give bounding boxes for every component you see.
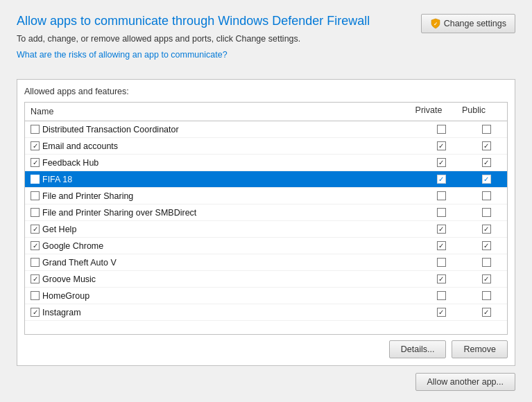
- row-private-cell: [417, 191, 465, 200]
- row-name-text: Feedback Hub: [42, 158, 98, 168]
- row-name-checkbox[interactable]: [31, 225, 40, 234]
- row-name-cell: Google Chrome: [25, 239, 417, 253]
- row-name-text: File and Printer Sharing over SMBDirect: [42, 208, 196, 218]
- firewall-panel: Allowed apps and features: Name Private …: [17, 79, 515, 366]
- table-row[interactable]: File and Printer Sharing over SMBDirect: [25, 204, 507, 221]
- row-name-text: FIFA 18: [42, 175, 72, 184]
- table-row[interactable]: FIFA 18: [25, 171, 507, 188]
- row-name-checkbox[interactable]: [31, 191, 40, 200]
- row-private-checkbox[interactable]: [437, 225, 446, 234]
- table-row[interactable]: Feedback Hub: [25, 155, 507, 171]
- table-header: Name Private Public: [25, 103, 507, 121]
- row-private-checkbox[interactable]: [437, 258, 446, 267]
- row-name-cell: Email and accounts: [25, 139, 417, 153]
- row-public-checkbox[interactable]: [482, 125, 491, 134]
- row-public-cell: [465, 241, 507, 250]
- row-public-checkbox[interactable]: [482, 208, 491, 217]
- table-row[interactable]: Instagram: [25, 304, 507, 321]
- page-title: Allow apps to communicate through Window…: [17, 14, 421, 28]
- row-name-text: Groove Music: [42, 274, 96, 284]
- remove-button[interactable]: Remove: [452, 340, 508, 358]
- row-private-checkbox[interactable]: [437, 208, 446, 217]
- details-button[interactable]: Details...: [389, 340, 447, 358]
- row-name-checkbox[interactable]: [31, 175, 40, 184]
- row-private-checkbox[interactable]: [437, 141, 446, 150]
- row-public-cell: [465, 308, 507, 317]
- allow-another-app-button[interactable]: Allow another app...: [415, 373, 516, 391]
- row-public-cell: [465, 225, 507, 234]
- row-name-cell: Groove Music: [25, 272, 417, 286]
- row-public-checkbox[interactable]: [482, 258, 491, 267]
- row-private-cell: [417, 241, 465, 250]
- row-private-cell: [417, 308, 465, 317]
- panel-label: Allowed apps and features:: [24, 87, 508, 96]
- row-name-text: Grand Theft Auto V: [42, 258, 117, 268]
- row-public-cell: [465, 175, 507, 184]
- row-private-cell: [417, 158, 465, 167]
- row-name-text: Instagram: [42, 308, 81, 317]
- row-name-text: Email and accounts: [42, 141, 118, 151]
- row-private-checkbox[interactable]: [437, 125, 446, 134]
- row-public-checkbox[interactable]: [482, 241, 491, 250]
- row-private-checkbox[interactable]: [437, 158, 446, 167]
- row-public-checkbox[interactable]: [482, 291, 491, 300]
- row-public-checkbox[interactable]: [482, 274, 491, 283]
- table-row[interactable]: Email and accounts: [25, 138, 507, 155]
- table-row[interactable]: Google Chrome: [25, 238, 507, 254]
- row-public-cell: [465, 291, 507, 300]
- row-public-checkbox[interactable]: [482, 141, 491, 150]
- row-name-checkbox[interactable]: [31, 158, 40, 167]
- row-private-cell: [417, 258, 465, 267]
- footer-row: Allow another app...: [17, 373, 515, 391]
- row-public-cell: [465, 125, 507, 134]
- change-settings-label: Change settings: [444, 19, 506, 28]
- row-public-cell: [465, 158, 507, 167]
- row-private-checkbox[interactable]: [437, 191, 446, 200]
- row-name-cell: Feedback Hub: [25, 156, 417, 170]
- row-name-cell: Grand Theft Auto V: [25, 256, 417, 270]
- row-name-cell: Instagram: [25, 306, 417, 320]
- table-row[interactable]: Get Help: [25, 221, 507, 238]
- row-name-text: Distributed Transaction Coordinator: [42, 125, 179, 134]
- row-public-cell: [465, 191, 507, 200]
- col-header-name: Name: [25, 105, 404, 118]
- table-row[interactable]: Distributed Transaction Coordinator: [25, 121, 507, 138]
- row-name-checkbox[interactable]: [31, 291, 40, 300]
- row-private-cell: [417, 291, 465, 300]
- table-row[interactable]: Groove Music: [25, 271, 507, 288]
- row-name-checkbox[interactable]: [31, 258, 40, 267]
- row-name-cell: File and Printer Sharing: [25, 189, 417, 203]
- row-private-cell: [417, 141, 465, 150]
- row-private-checkbox[interactable]: [437, 274, 446, 283]
- row-public-cell: [465, 141, 507, 150]
- table-row[interactable]: HomeGroup: [25, 288, 507, 304]
- row-public-checkbox[interactable]: [482, 175, 491, 184]
- row-public-checkbox[interactable]: [482, 308, 491, 317]
- col-header-public: Public: [453, 105, 495, 118]
- help-link[interactable]: What are the risks of allowing an app to…: [17, 50, 228, 60]
- row-public-checkbox[interactable]: [482, 158, 491, 167]
- row-public-cell: [465, 274, 507, 283]
- table-row[interactable]: Grand Theft Auto V: [25, 254, 507, 271]
- row-name-text: Google Chrome: [42, 241, 103, 251]
- row-name-checkbox[interactable]: [31, 208, 40, 217]
- row-name-checkbox[interactable]: [31, 274, 40, 283]
- row-public-checkbox[interactable]: [482, 225, 491, 234]
- row-name-checkbox[interactable]: [31, 241, 40, 250]
- row-name-checkbox[interactable]: [31, 308, 40, 317]
- row-private-checkbox[interactable]: [437, 241, 446, 250]
- row-name-checkbox[interactable]: [31, 141, 40, 150]
- table-row[interactable]: File and Printer Sharing: [25, 188, 507, 204]
- bottom-buttons: Details... Remove: [24, 340, 508, 358]
- row-name-cell: HomeGroup: [25, 289, 417, 303]
- row-private-cell: [417, 175, 465, 184]
- row-private-checkbox[interactable]: [437, 308, 446, 317]
- row-public-checkbox[interactable]: [482, 191, 491, 200]
- row-private-checkbox[interactable]: [437, 175, 446, 184]
- row-name-text: Get Help: [42, 225, 76, 234]
- row-private-checkbox[interactable]: [437, 291, 446, 300]
- change-settings-button[interactable]: ✓ Change settings: [421, 14, 515, 33]
- row-public-cell: [465, 258, 507, 267]
- apps-table: Name Private Public Distributed Transact…: [24, 102, 508, 335]
- row-name-checkbox[interactable]: [31, 125, 40, 134]
